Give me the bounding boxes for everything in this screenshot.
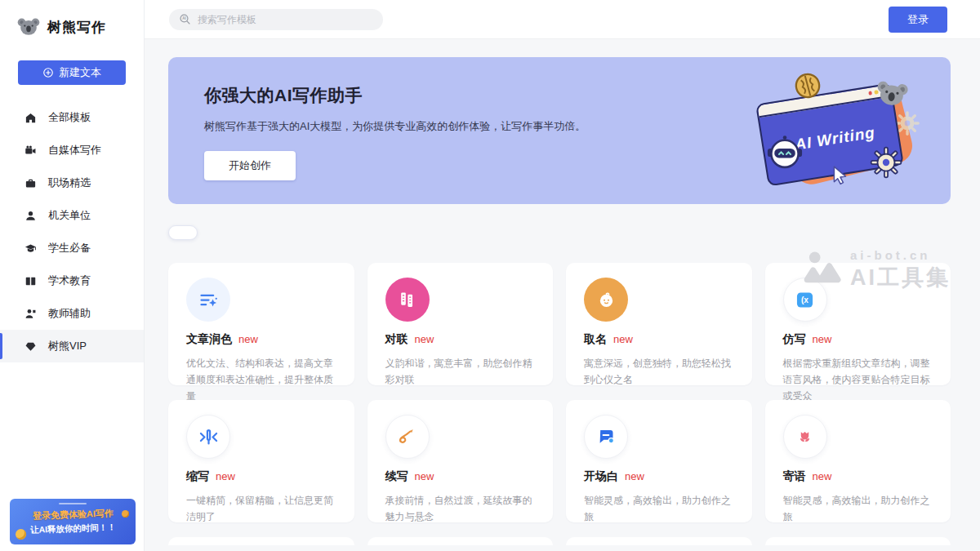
search-icon: AI (179, 13, 191, 25)
search-box[interactable]: AI (169, 9, 383, 30)
new-badge: new (238, 333, 258, 345)
polish-icon (186, 278, 230, 322)
compress-pen-icon (186, 415, 230, 459)
koala-head-icon (871, 76, 911, 113)
sidebar-item-label: 学生必备 (48, 241, 91, 256)
card-couplet[interactable]: 对联 new 义韵和谐，寓意丰富，助您创作精彩对联 (368, 263, 554, 385)
hero-illustration: AI Writing (751, 70, 931, 193)
card-title: 取名 (584, 332, 607, 347)
template-tabs (168, 225, 951, 240)
new-doc-label: 新建文本 (59, 65, 101, 80)
card-title: 对联 (385, 332, 408, 347)
sidebar-item-media-writing[interactable]: 自媒体写作 (0, 134, 144, 167)
browser-titlebar (757, 85, 891, 118)
card-naming[interactable]: 取名 new 寓意深远，创意独特，助您轻松找到心仪之名 (566, 263, 752, 385)
sidebar-item-label: 全部模板 (48, 110, 91, 125)
teacher-icon (24, 308, 37, 320)
sidebar-item-label: 自媒体写作 (48, 143, 101, 158)
card-stub (168, 537, 354, 545)
promo-divider (59, 503, 87, 504)
sidebar-nav: 全部模板 自媒体写作 职场精选 机关单位 学生必备 学术教育 教师辅助 树熊VI… (0, 101, 144, 362)
card-stub (765, 537, 951, 545)
sidebar-item-academic[interactable]: 学术教育 (0, 264, 144, 297)
gear-icon (869, 145, 903, 180)
new-badge: new (813, 333, 832, 345)
card-title: 寄语 (783, 469, 806, 484)
start-writing-button[interactable]: 开始创作 (204, 151, 296, 180)
new-badge: new (613, 333, 633, 345)
plus-circle-icon (42, 67, 54, 78)
card-polish[interactable]: 文章润色 new 优化文法、结构和表达，提高文章通顺度和表达准确性，提升整体质量 (168, 263, 354, 385)
card-title: 续写 (385, 469, 408, 484)
sidebar: 树熊写作 新建文本 全部模板 自媒体写作 职场精选 机关单位 学生必备 学术教育… (0, 0, 145, 551)
sidebar-item-label: 教师辅助 (48, 306, 91, 321)
video-camera-icon (24, 144, 37, 157)
card-continue[interactable]: 续写 new 承接前情，自然过渡，延续故事的魅力与悬念 (368, 400, 554, 522)
watermark-domain: ai-bot.cn (850, 248, 951, 262)
card-title: 仿写 (783, 332, 806, 347)
promo-line2: 让AI释放你的时间！！ (29, 522, 115, 536)
new-doc-button[interactable]: 新建文本 (18, 60, 126, 85)
card-stub (368, 537, 554, 545)
card-description: 智能灵感，高效输出，助力创作之旅 (584, 493, 734, 526)
card-description: 优化文法、结构和表达，提高文章通顺度和表达准确性，提升整体质量 (186, 356, 336, 404)
home-icon (24, 112, 37, 124)
briefcase-icon (24, 177, 37, 189)
user-icon (24, 210, 37, 222)
sidebar-item-label: 职场精选 (48, 176, 91, 190)
card-description: 承接前情，自然过渡，延续故事的魅力与悬念 (385, 493, 536, 526)
tab-all-templates[interactable] (168, 225, 198, 240)
card-abbreviate[interactable]: 缩写 new 一键精简，保留精髓，让信息更简洁明了 (168, 400, 354, 522)
flower-icon (783, 415, 827, 459)
new-badge: new (216, 470, 235, 482)
topbar: AI 登录 (145, 0, 980, 39)
sidebar-item-label: 树熊VIP (48, 339, 87, 353)
sidebar-item-all-templates[interactable]: 全部模板 (0, 101, 144, 134)
coin-icon (122, 510, 129, 518)
template-grid: 文章润色 new 优化文法、结构和表达，提高文章通顺度和表达准确性，提升整体质量… (168, 263, 951, 522)
brand-logo: 树熊写作 (0, 0, 144, 47)
cursor-arrow-icon (830, 165, 851, 186)
card-title: 开场白 (584, 469, 618, 484)
baby-face-icon (584, 278, 628, 322)
couplet-icon (385, 278, 430, 322)
rewrite-icon: (x (783, 278, 827, 322)
card-description: 义韵和谐，寓意丰富，助您创作精彩对联 (385, 356, 536, 389)
promo-banner[interactable]: 登录免费体验AI写作 让AI释放你的时间！！ (10, 499, 136, 544)
sidebar-item-vip[interactable]: 树熊VIP (0, 330, 144, 362)
card-description: 寓意深远，创意独特，助您轻松找到心仪之名 (584, 356, 734, 389)
card-stub (566, 537, 752, 545)
card-description: 一键精简，保留精髓，让信息更简洁明了 (186, 493, 336, 526)
card-description: 根据需求重新组织文章结构，调整语言风格，使内容更贴合特定目标或受众 (783, 356, 933, 404)
card-imitate[interactable]: (x 仿写 new 根据需求重新组织文章结构，调整语言风格，使内容更贴合特定目标… (765, 263, 951, 385)
sidebar-item-student[interactable]: 学生必备 (0, 232, 144, 264)
card-message[interactable]: 寄语 new 智能灵感，高效输出，助力创作之旅 (765, 400, 951, 522)
card-opener[interactable]: 开场白 new 智能灵感，高效输出，助力创作之旅 (566, 400, 752, 522)
book-icon (24, 275, 37, 287)
svg-text:AI: AI (182, 16, 185, 20)
graduation-cap-icon (24, 242, 37, 255)
login-button[interactable]: 登录 (889, 7, 947, 33)
next-row-stubs (168, 537, 951, 545)
sidebar-item-teacher[interactable]: 教师辅助 (0, 297, 144, 330)
main-area: AI 登录 你强大的AI写作助手 树熊写作基于强大的AI大模型，为你提供专业高效… (145, 0, 980, 551)
sidebar-item-government[interactable]: 机关单位 (0, 199, 144, 232)
new-badge: new (415, 333, 434, 345)
svg-text:(x: (x (801, 295, 808, 304)
card-description: 智能灵感，高效输出，助力创作之旅 (783, 493, 933, 526)
brand-name: 树熊写作 (47, 18, 106, 37)
new-badge: new (813, 470, 832, 482)
robot-icon (766, 134, 804, 171)
content: 你强大的AI写作助手 树熊写作基于强大的AI大模型，为你提供专业高效的创作体验，… (145, 39, 980, 551)
card-title: 缩写 (186, 469, 209, 484)
new-badge: new (415, 470, 434, 482)
hero-banner: 你强大的AI写作助手 树熊写作基于强大的AI大模型，为你提供专业高效的创作体验，… (168, 57, 951, 204)
window-dot-red (868, 91, 872, 96)
sidebar-item-workplace[interactable]: 职场精选 (0, 167, 144, 199)
emoji-face-icon (16, 529, 26, 540)
gem-icon (24, 340, 37, 353)
squiggle-pen-icon (385, 415, 430, 459)
search-input[interactable] (198, 14, 361, 25)
promo-line1: 登录免费体验AI写作 (32, 507, 113, 522)
new-badge: new (625, 470, 644, 482)
